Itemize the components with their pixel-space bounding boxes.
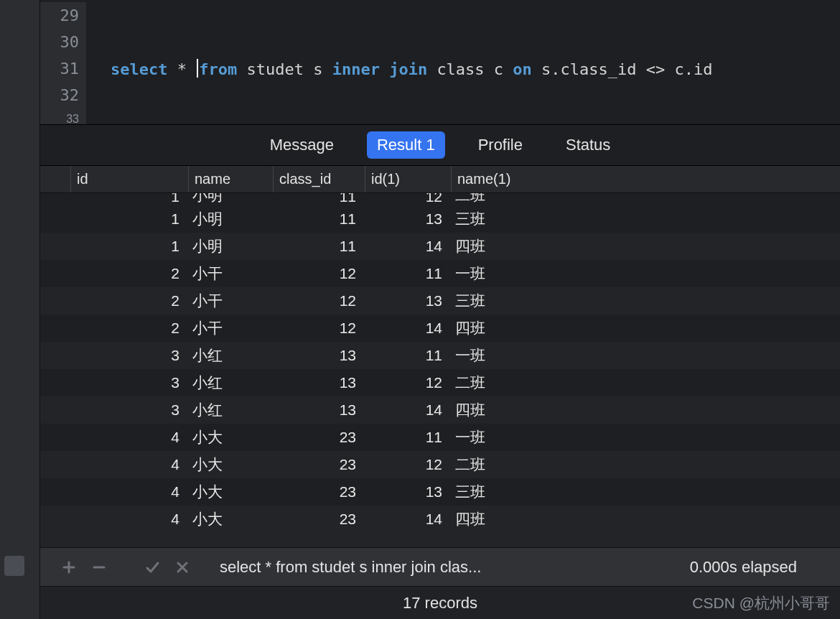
table-row[interactable]: 3小红1312二班 bbox=[40, 369, 840, 396]
result-table: id name class_id id(1) name(1) 1小明1112二班… bbox=[40, 166, 840, 547]
code-text[interactable]: select * from studet s inner join class … bbox=[86, 59, 713, 78]
result-footer-bar: select * from studet s inner join clas..… bbox=[40, 547, 840, 586]
tab-status[interactable]: Status bbox=[556, 131, 620, 159]
tab-message[interactable]: Message bbox=[260, 131, 344, 159]
sidebar-tool-button[interactable] bbox=[4, 556, 24, 576]
add-row-icon[interactable] bbox=[60, 559, 78, 576]
elapsed-time: 0.000s elapsed bbox=[690, 558, 840, 577]
result-tabs: Message Result 1 Profile Status bbox=[40, 124, 840, 166]
line-number: 32 bbox=[40, 82, 86, 108]
left-sidebar bbox=[0, 0, 40, 619]
column-id1[interactable]: id(1) bbox=[365, 166, 451, 192]
table-row[interactable]: 4小大2312二班 bbox=[40, 451, 840, 478]
table-row[interactable] bbox=[40, 533, 840, 547]
status-bar: 17 records CSDN @杭州小哥哥 bbox=[40, 586, 840, 619]
tab-profile[interactable]: Profile bbox=[468, 131, 533, 159]
text-cursor bbox=[197, 59, 198, 78]
commit-icon[interactable] bbox=[144, 559, 161, 576]
line-number: 31 bbox=[40, 55, 86, 82]
table-header: id name class_id id(1) name(1) bbox=[40, 166, 840, 193]
watermark: CSDN @杭州小哥哥 bbox=[692, 593, 830, 613]
column-name[interactable]: name bbox=[188, 166, 273, 192]
table-row[interactable]: 4小大2313三班 bbox=[40, 478, 840, 506]
column-rowhead[interactable] bbox=[40, 166, 70, 192]
table-row[interactable]: 3小红1311一班 bbox=[40, 342, 840, 369]
executed-query-preview: select * from studet s inner join clas..… bbox=[220, 558, 690, 577]
table-row[interactable]: 4小大2311一班 bbox=[40, 424, 840, 451]
table-row[interactable]: 4小大2314四班 bbox=[40, 506, 840, 533]
table-row[interactable]: 2小干1213三班 bbox=[40, 287, 840, 315]
line-number: 30 bbox=[40, 29, 86, 55]
table-row[interactable]: 1小明1112二班 bbox=[40, 193, 840, 205]
remove-row-icon[interactable] bbox=[90, 559, 108, 576]
column-id[interactable]: id bbox=[70, 166, 188, 192]
column-name1[interactable]: name(1) bbox=[451, 166, 840, 192]
table-row[interactable]: 2小干1211一班 bbox=[40, 260, 840, 287]
table-row[interactable]: 2小干1214四班 bbox=[40, 315, 840, 342]
record-count: 17 records bbox=[403, 594, 477, 613]
table-row[interactable]: 1小明1113三班 bbox=[40, 205, 840, 233]
table-row[interactable]: 3小红1314四班 bbox=[40, 396, 840, 424]
column-class-id[interactable]: class_id bbox=[273, 166, 365, 192]
tab-result[interactable]: Result 1 bbox=[367, 131, 445, 159]
table-row[interactable]: 1小明1114四班 bbox=[40, 233, 840, 260]
code-editor[interactable]: 293031select * from studet s inner join … bbox=[40, 0, 840, 124]
cancel-icon[interactable] bbox=[174, 559, 191, 576]
line-number: 29 bbox=[40, 2, 86, 29]
